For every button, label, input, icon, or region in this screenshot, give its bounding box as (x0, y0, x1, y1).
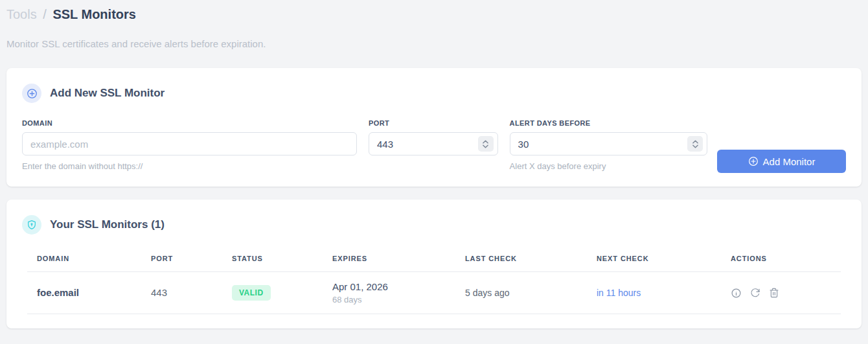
alert-days-input[interactable] (510, 132, 707, 155)
add-monitor-card-header: Add New SSL Monitor (22, 84, 846, 103)
info-button[interactable] (731, 288, 742, 299)
trash-icon (769, 288, 779, 298)
breadcrumb: Tools / SSL Monitors (6, 5, 862, 23)
add-monitor-button-label: Add Monitor (763, 156, 816, 167)
page-title: SSL Monitors (52, 7, 136, 21)
breadcrumb-tools-link[interactable]: Tools (6, 7, 37, 21)
monitor-next-check: in 11 hours (597, 288, 641, 298)
domain-helper-text: Enter the domain without https:// (22, 161, 357, 171)
status-badge: VALID (232, 285, 271, 301)
header-domain: DOMAIN (27, 249, 141, 272)
row-actions (731, 288, 831, 299)
monitor-domain: foe.email (37, 287, 79, 298)
port-stepper[interactable] (478, 136, 494, 152)
chevron-down-icon (692, 144, 698, 148)
domain-field-group: DOMAIN Enter the domain without https:// (22, 119, 357, 171)
chevron-down-icon (483, 144, 488, 148)
info-icon (731, 288, 742, 299)
refresh-icon (750, 288, 760, 298)
breadcrumb-separator: / (40, 7, 49, 21)
monitor-last-check: 5 days ago (465, 288, 510, 298)
header-port: PORT (141, 249, 222, 272)
add-monitor-title: Add New SSL Monitor (50, 87, 165, 100)
port-field-group: PORT (369, 119, 498, 171)
domain-label: DOMAIN (22, 119, 357, 127)
header-last-check: LAST CHECK (455, 249, 587, 272)
header-next-check: NEXT CHECK (587, 249, 721, 272)
chevron-up-icon (692, 140, 698, 144)
header-actions: ACTIONS (721, 249, 841, 272)
page-subtitle: Monitor SSL certificates and receive ale… (6, 38, 862, 49)
alert-days-label: ALERT DAYS BEFORE (510, 119, 707, 127)
chevron-up-icon (483, 140, 488, 144)
monitor-port: 443 (151, 287, 167, 298)
port-label: PORT (369, 119, 498, 127)
header-status: STATUS (222, 249, 323, 272)
alert-days-stepper[interactable] (687, 136, 703, 152)
monitors-list-header: Your SSL Monitors (1) (22, 215, 846, 235)
shield-icon (22, 215, 41, 235)
monitors-list-card: Your SSL Monitors (1) DOMAIN PORT STATUS… (6, 200, 862, 328)
add-monitor-button[interactable]: Add Monitor (717, 150, 846, 173)
table-header-row: DOMAIN PORT STATUS EXPIRES LAST CHECK NE… (27, 249, 841, 272)
monitor-expires-date: Apr 01, 2026 (332, 281, 446, 292)
monitors-table-wrap: DOMAIN PORT STATUS EXPIRES LAST CHECK NE… (27, 249, 841, 314)
refresh-button[interactable] (750, 288, 760, 298)
ssl-monitors-page: Tools / SSL Monitors Monitor SSL certifi… (0, 0, 868, 328)
add-monitor-form: DOMAIN Enter the domain without https://… (22, 119, 846, 171)
header-expires: EXPIRES (323, 249, 455, 272)
add-monitor-card: Add New SSL Monitor DOMAIN Enter the dom… (6, 68, 862, 187)
plus-circle-icon (748, 156, 759, 166)
domain-input[interactable] (22, 132, 357, 155)
alert-days-helper-text: Alert X days before expiry (510, 161, 707, 171)
monitor-expires-remaining: 68 days (332, 295, 446, 304)
monitors-list-title: Your SSL Monitors (1) (50, 218, 165, 231)
monitors-table: DOMAIN PORT STATUS EXPIRES LAST CHECK NE… (27, 249, 841, 314)
plus-circle-icon (22, 84, 41, 103)
table-row: foe.email 443 VALID Apr 01, 2026 68 days… (27, 272, 841, 314)
delete-button[interactable] (769, 288, 779, 298)
alert-days-field-group: ALERT DAYS BEFORE Alert X days before ex… (510, 119, 707, 171)
